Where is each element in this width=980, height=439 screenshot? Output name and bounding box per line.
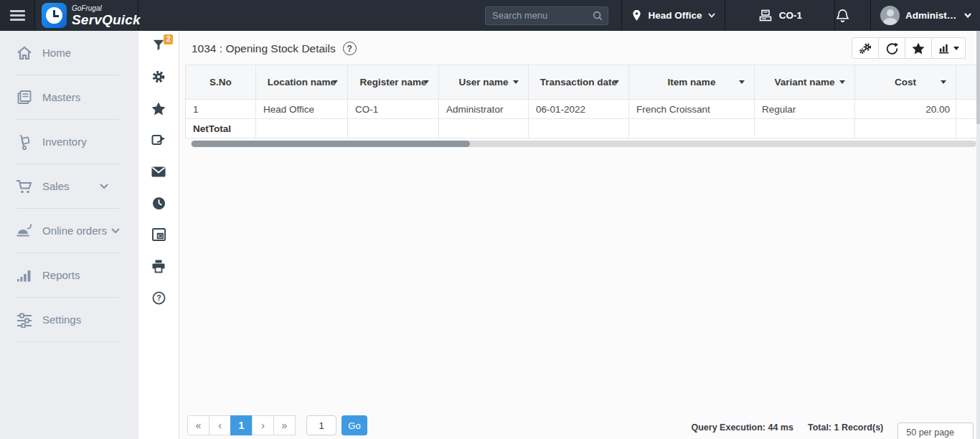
chevron-down-icon [964, 13, 971, 18]
star-icon [912, 42, 925, 55]
report-table-container: S.No Location name Register name User na… [185, 65, 980, 147]
sort-caret-icon [613, 80, 619, 84]
sort-caret-icon [513, 80, 519, 84]
goto-page-input[interactable] [306, 415, 336, 435]
sort-caret-icon [839, 80, 845, 84]
app-brand[interactable]: GoFrugal ServQuick [34, 0, 138, 31]
column-header-cost[interactable]: Cost [855, 65, 956, 100]
location-label: Head Office [648, 10, 702, 21]
report-content: 1034 : Opening Stock Details ? S.No Loca… [179, 31, 980, 439]
report-settings-button[interactable] [151, 70, 166, 84]
print-button[interactable] [151, 259, 166, 273]
strip-help-button[interactable]: ? [151, 291, 166, 305]
clock-icon [152, 197, 166, 210]
notifications-button[interactable] [834, 0, 870, 31]
column-header-variant-name[interactable]: Variant name [755, 65, 855, 100]
horizontal-scrollbar-thumb[interactable] [192, 141, 470, 147]
search-icon [592, 10, 603, 22]
settings-sliders-icon [15, 312, 34, 328]
user-name-label: Administrator [905, 10, 958, 21]
sidebar-nav: Home Masters Inventory Sales Online orde… [0, 31, 138, 439]
hamburger-menu-button[interactable] [0, 0, 34, 31]
column-header-user-name[interactable]: User name [439, 65, 529, 100]
sidebar-item-label: Settings [42, 313, 81, 326]
menu-search [485, 6, 608, 25]
sidebar-item-home[interactable]: Home [0, 31, 138, 75]
per-page-select[interactable]: 50 per page [897, 423, 974, 439]
horizontal-scrollbar[interactable] [191, 141, 976, 147]
sort-caret-icon [941, 80, 946, 84]
refresh-icon [886, 42, 898, 55]
column-settings-button[interactable] [852, 37, 879, 59]
export-share-icon [151, 133, 166, 146]
brand-name-top: GoFrugal [72, 5, 141, 12]
report-toolbar [852, 37, 966, 59]
avatar [880, 6, 900, 25]
sidebar-item-label: Inventory [42, 136, 87, 148]
bar-chart-icon [938, 42, 951, 54]
filter-button[interactable]: 2 [151, 38, 166, 52]
refresh-button[interactable] [878, 37, 905, 59]
sidebar-item-label: Reports [42, 269, 80, 281]
chevron-down-icon [111, 228, 120, 234]
cell-variant-name: Regular [755, 100, 855, 119]
sidebar-item-label: Online orders [42, 225, 107, 237]
sales-cart-icon [15, 178, 34, 195]
column-header-register-name[interactable]: Register name [348, 65, 439, 100]
previous-page-button[interactable]: ‹ [209, 415, 231, 435]
sidebar-item-settings[interactable]: Settings [0, 298, 138, 341]
chart-view-button[interactable] [931, 37, 966, 59]
register-icon [758, 9, 773, 23]
cell-transaction-date: 06-01-2022 [529, 100, 629, 119]
svg-text:?: ? [156, 294, 161, 302]
column-header-location-name[interactable]: Location name [256, 65, 348, 100]
favorite-button[interactable] [151, 101, 166, 115]
email-button[interactable] [151, 164, 166, 179]
favorite-report-button[interactable] [905, 37, 932, 59]
vertical-scrollbar-thumb[interactable] [976, 31, 980, 124]
column-header-item-name[interactable]: Item name [629, 65, 755, 100]
email-icon [151, 166, 166, 177]
first-page-button[interactable]: « [187, 415, 209, 435]
report-table: S.No Location name Register name User na… [185, 65, 980, 138]
last-page-button[interactable]: » [273, 415, 296, 435]
sidebar-item-label: Home [42, 47, 71, 59]
location-selector[interactable]: Head Office [621, 0, 725, 31]
brand-name-bottom: ServQuick [72, 13, 141, 27]
gears-icon [859, 42, 872, 55]
sidebar-item-inventory[interactable]: Inventory [0, 120, 138, 164]
sidebar-item-label: Masters [42, 91, 80, 103]
page-1-button[interactable]: 1 [230, 415, 253, 435]
hamburger-icon [10, 10, 25, 21]
register-selector[interactable]: CO-1 [725, 0, 834, 31]
sort-caret-icon [739, 80, 745, 84]
export-button[interactable] [151, 133, 166, 147]
sort-caret-icon [423, 80, 429, 84]
report-help-button[interactable]: ? [343, 42, 357, 55]
table-header-row: S.No Location name Register name User na… [186, 65, 980, 100]
next-page-button[interactable]: › [252, 415, 274, 435]
servquick-logo-icon [42, 3, 67, 28]
top-bar: GoFrugal ServQuick Head Office CO-1 Admi… [0, 0, 980, 31]
inventory-icon [15, 133, 34, 151]
go-button[interactable]: Go [341, 415, 367, 435]
register-label: CO-1 [779, 10, 802, 21]
search-input[interactable] [485, 6, 608, 25]
cell-cost: 20.00 [855, 100, 956, 119]
cell-location-name: Head Office [256, 100, 348, 119]
schedule-button[interactable] [151, 196, 166, 210]
vertical-scrollbar[interactable] [976, 31, 980, 439]
open-in-window-button[interactable] [151, 227, 166, 242]
sidebar-item-masters[interactable]: Masters [0, 75, 138, 119]
column-header-transaction-date[interactable]: Transaction date [529, 65, 629, 100]
chevron-down-icon [100, 184, 108, 189]
reports-chart-icon [15, 268, 34, 283]
sidebar-item-sales[interactable]: Sales [0, 164, 138, 208]
sidebar-item-online-orders[interactable]: Online orders [0, 209, 138, 252]
table-footer-row: NetTotal [186, 119, 980, 138]
printer-icon [151, 260, 166, 273]
column-header-sno: S.No [186, 65, 256, 100]
user-menu[interactable]: Administrator [870, 0, 980, 31]
report-tool-strip: 2 ? [138, 31, 179, 439]
sidebar-item-reports[interactable]: Reports [0, 253, 138, 297]
